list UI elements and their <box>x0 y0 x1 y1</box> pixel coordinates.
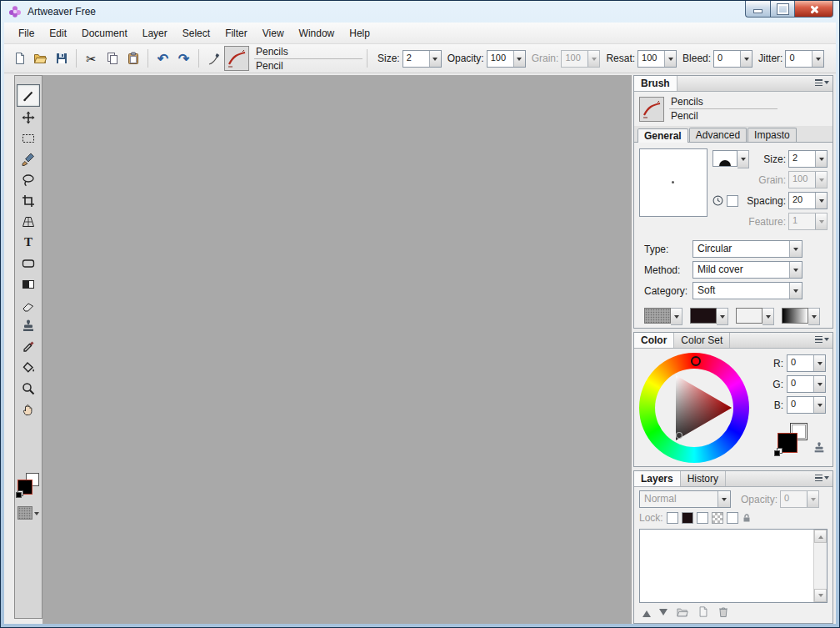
menu-filter[interactable]: Filter <box>218 24 255 43</box>
menu-select[interactable]: Select <box>175 24 218 43</box>
jitter-dropdown-arrow-icon[interactable] <box>812 51 823 67</box>
brush-tip-selector[interactable] <box>712 150 749 168</box>
layers-panel-menu-button[interactable] <box>815 474 829 482</box>
undo-button[interactable]: ↶ <box>152 48 173 69</box>
cut-button[interactable]: ✂ <box>81 48 102 69</box>
titlebar[interactable]: Artweaver Free <box>1 1 839 23</box>
scroll-down-button[interactable] <box>814 589 827 602</box>
tab-advanced[interactable]: Advanced <box>689 128 747 142</box>
tool-zoom[interactable] <box>18 378 39 399</box>
paper-texture-selector[interactable] <box>644 308 682 325</box>
size-spinner[interactable]: 2 <box>402 50 442 68</box>
menu-layer[interactable]: Layer <box>135 24 175 43</box>
tool-gradient[interactable] <box>18 274 39 294</box>
color-wheel[interactable] <box>639 353 749 463</box>
brush-spacing-spinner[interactable]: 20 <box>788 192 828 209</box>
tab-color[interactable]: Color <box>634 333 674 348</box>
layers-list[interactable] <box>639 529 828 603</box>
lock-transparency-checkbox[interactable] <box>667 512 678 524</box>
tool-stamp[interactable] <box>18 315 39 336</box>
open-button[interactable] <box>30 48 51 69</box>
move-layer-down-button[interactable] <box>659 606 668 620</box>
menu-window[interactable]: Window <box>292 24 342 43</box>
tool-brush[interactable] <box>18 148 39 169</box>
tab-layers[interactable]: Layers <box>634 471 681 486</box>
brush-preview-thumbnail[interactable] <box>224 46 249 71</box>
tab-history[interactable]: History <box>681 471 726 486</box>
opacity-dropdown-arrow-icon[interactable] <box>513 51 525 67</box>
lock-all-checkbox[interactable] <box>727 512 738 524</box>
brush-method-dropdown[interactable]: Mild cover <box>692 261 802 279</box>
redo-button[interactable]: ↷ <box>173 48 194 69</box>
dots-texture-arrow-icon[interactable] <box>762 308 774 325</box>
pattern-swatch[interactable] <box>18 506 32 520</box>
scroll-up-button[interactable] <box>814 530 827 543</box>
brush-editor-button[interactable] <box>203 48 224 69</box>
pattern-dropdown-arrow-icon[interactable] <box>34 512 39 518</box>
menu-view[interactable]: View <box>255 24 292 43</box>
menu-document[interactable]: Document <box>74 24 135 43</box>
tab-general[interactable]: General <box>638 128 688 143</box>
resat-spinner[interactable]: 100 <box>638 50 677 68</box>
tool-hand[interactable] <box>18 399 39 420</box>
current-brush[interactable]: Pencils Pencil <box>254 45 362 73</box>
maximize-button[interactable] <box>770 1 794 18</box>
tool-perspective[interactable] <box>18 211 39 232</box>
brush-size-spinner[interactable]: 2 <box>788 150 828 168</box>
green-spinner[interactable]: 0 <box>787 375 826 393</box>
blue-arrow-icon[interactable] <box>813 397 825 413</box>
blue-spinner[interactable]: 0 <box>787 396 826 414</box>
color-panel-menu-button[interactable] <box>815 335 829 344</box>
paper-texture-arrow-icon[interactable] <box>671 308 682 325</box>
gradient-arrow-icon[interactable] <box>808 308 820 325</box>
new-group-button[interactable] <box>676 606 689 620</box>
tool-eyedropper[interactable] <box>18 336 39 357</box>
brush-panel-menu-button[interactable] <box>815 78 829 87</box>
tool-crop[interactable] <box>18 190 39 211</box>
tool-fill[interactable] <box>18 357 39 378</box>
default-colors-icon[interactable] <box>774 448 782 456</box>
save-button[interactable] <box>51 48 72 69</box>
dots-texture-selector[interactable] <box>736 308 774 325</box>
brush-panel-current-brush[interactable]: Pencils Pencil <box>634 92 832 126</box>
default-colors-icon[interactable] <box>16 490 23 498</box>
sv-triangle[interactable] <box>639 353 749 463</box>
bleed-spinner[interactable]: 0 <box>713 50 752 68</box>
tool-rect-select[interactable] <box>18 128 39 148</box>
new-document-button[interactable] <box>9 48 30 69</box>
tool-shape[interactable] <box>18 253 39 274</box>
spacing-checkbox[interactable] <box>727 195 738 207</box>
pattern-selector[interactable] <box>690 308 728 325</box>
brush-method-arrow-icon[interactable] <box>789 262 802 278</box>
brush-category-arrow-icon[interactable] <box>789 283 802 299</box>
move-layer-up-button[interactable] <box>642 606 651 620</box>
tool-text[interactable]: T <box>18 232 39 253</box>
green-arrow-icon[interactable] <box>813 376 825 392</box>
gradient-selector[interactable] <box>782 308 820 325</box>
copy-button[interactable] <box>102 48 122 69</box>
stamp-tool-icon[interactable] <box>812 441 826 455</box>
new-layer-button[interactable] <box>698 605 709 620</box>
resat-dropdown-arrow-icon[interactable] <box>664 51 676 67</box>
brush-tip-dropdown-arrow-icon[interactable] <box>738 150 749 168</box>
tool-pencil[interactable] <box>17 84 40 107</box>
hue-marker[interactable] <box>691 356 701 366</box>
size-dropdown-arrow-icon[interactable] <box>429 51 441 67</box>
brush-panel-title-tab[interactable]: Brush <box>634 76 678 91</box>
delete-layer-button[interactable] <box>718 605 729 620</box>
red-arrow-icon[interactable] <box>813 355 825 371</box>
tool-move[interactable] <box>18 107 39 128</box>
brush-type-dropdown[interactable]: Circular <box>692 240 802 258</box>
toolbox-pattern-selector[interactable] <box>15 506 42 520</box>
brush-spacing-arrow-icon[interactable] <box>815 193 827 208</box>
tab-impasto[interactable]: Impasto <box>748 128 797 142</box>
pattern-arrow-icon[interactable] <box>717 308 728 325</box>
menu-help[interactable]: Help <box>342 24 378 43</box>
menu-file[interactable]: File <box>11 24 42 43</box>
close-button[interactable] <box>794 1 833 18</box>
tab-color-set[interactable]: Color Set <box>674 333 730 348</box>
canvas-area[interactable] <box>42 75 632 624</box>
brush-category-dropdown[interactable]: Soft <box>692 282 802 299</box>
minimize-button[interactable] <box>745 1 770 18</box>
bleed-dropdown-arrow-icon[interactable] <box>740 51 752 67</box>
